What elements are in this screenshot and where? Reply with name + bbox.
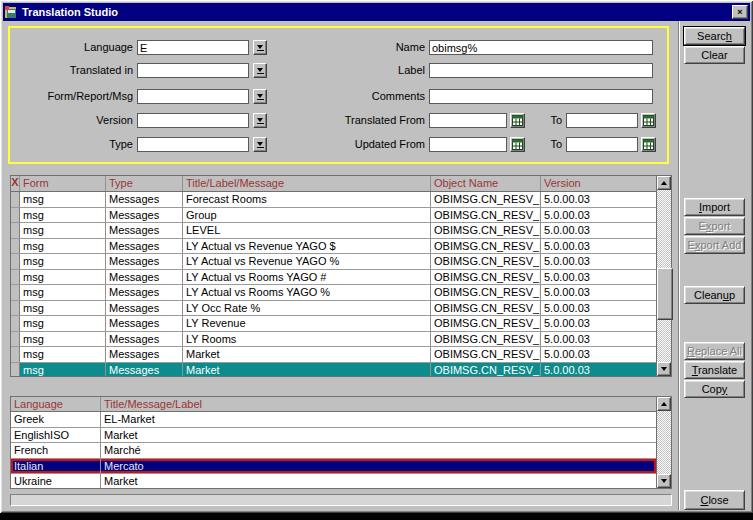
form-report-msg-input[interactable] — [137, 89, 249, 104]
scrollbar-thumb[interactable] — [657, 268, 673, 320]
cell-form: msg — [20, 347, 106, 362]
table-row[interactable]: msg Messages LY Actual vs Revenue YAGO $… — [11, 239, 656, 255]
language-dropdown-icon[interactable] — [253, 40, 267, 55]
record-selector[interactable] — [11, 332, 20, 347]
column-header-language[interactable]: Language — [11, 397, 101, 411]
search-button[interactable]: Search — [684, 27, 745, 45]
translated-in-dropdown-icon[interactable] — [253, 63, 267, 78]
btn-text: Clear — [701, 49, 727, 61]
record-selector[interactable] — [11, 301, 20, 316]
record-selector[interactable] — [11, 254, 20, 269]
record-selector[interactable] — [11, 223, 20, 238]
table-row[interactable]: msg Messages LY Actual vs Rooms YAGO # O… — [11, 270, 656, 286]
cell-form: msg — [20, 285, 106, 300]
label-input[interactable] — [429, 63, 653, 78]
record-selector[interactable] — [11, 192, 20, 207]
cell-title: LY Rooms — [183, 332, 431, 347]
cell-version: 5.0.00.03 — [541, 223, 656, 238]
translation-row[interactable]: EnglishISO Market — [11, 428, 656, 444]
record-selector[interactable] — [11, 270, 20, 285]
language-input[interactable] — [137, 40, 249, 55]
record-selector[interactable] — [11, 285, 20, 300]
column-header-title-label-message[interactable]: Title/Label/Message — [183, 176, 431, 191]
translated-to-calendar-icon[interactable] — [641, 113, 656, 128]
cell-title: Market — [183, 363, 431, 377]
table-row[interactable]: msg Messages LY Rooms OBIMSG.CN_RESV_PAC… — [11, 332, 656, 348]
record-selector[interactable] — [11, 208, 20, 223]
record-selector[interactable] — [11, 239, 20, 254]
translated-in-input[interactable] — [137, 63, 249, 78]
btn-text: Cop — [702, 383, 722, 395]
table-row[interactable]: msg Messages LY Actual vs Rooms YAGO % O… — [11, 285, 656, 301]
table-row[interactable]: msg Messages Forecast Rooms OBIMSG.CN_RE… — [11, 192, 656, 208]
table-row[interactable]: msg Messages Market OBIMSG.CN_RESV_PACE … — [11, 363, 656, 377]
type-input[interactable] — [137, 137, 249, 152]
btn-text: ranslate — [698, 364, 737, 376]
translation-row[interactable]: French Marché — [11, 443, 656, 459]
import-button[interactable]: Import — [684, 198, 745, 216]
cell-translation: Market — [101, 474, 656, 488]
translations-table-scrollbar[interactable] — [656, 397, 671, 488]
translated-from-calendar-icon[interactable] — [510, 113, 525, 128]
cell-type: Messages — [106, 270, 183, 285]
results-table-scrollbar[interactable] — [656, 176, 671, 376]
btn-text: h — [726, 30, 732, 42]
column-header-version[interactable]: Version — [541, 176, 656, 191]
column-header-x[interactable]: X — [11, 176, 20, 191]
btn-text: port — [711, 220, 730, 232]
version-input[interactable] — [137, 113, 249, 128]
table-row[interactable]: msg Messages LEVEL OBIMSG.CN_RESV_PACE 5… — [11, 223, 656, 239]
column-header-form[interactable]: Form — [20, 176, 106, 191]
updated-from-input[interactable] — [429, 137, 507, 152]
close-icon[interactable]: × — [732, 5, 748, 19]
record-selector[interactable] — [11, 316, 20, 331]
column-header-type[interactable]: Type — [106, 176, 183, 191]
type-dropdown-icon[interactable] — [253, 137, 267, 152]
translation-studio-window: Translation Studio × Language Translated… — [0, 0, 753, 513]
cleanup-button[interactable]: Cleanup — [684, 286, 745, 304]
cell-version: 5.0.00.03 — [541, 208, 656, 223]
table-row[interactable]: msg Messages LY Revenue OBIMSG.CN_RESV_P… — [11, 316, 656, 332]
scroll-down-icon[interactable] — [657, 474, 671, 488]
language-label: Language — [10, 40, 133, 55]
form-report-msg-dropdown-icon[interactable] — [253, 89, 267, 104]
translation-row[interactable]: Italian Mercato — [11, 459, 656, 475]
cell-object-name: OBIMSG.CN_RESV_PACE — [431, 208, 541, 223]
table-row[interactable]: msg Messages LY Actual vs Revenue YAGO %… — [11, 254, 656, 270]
table-row[interactable]: msg Messages LY Occ Rate % OBIMSG.CN_RES… — [11, 301, 656, 317]
column-header-object-name[interactable]: Object Name — [431, 176, 541, 191]
replace-all-button[interactable]: Replace All — [684, 342, 745, 360]
results-rows: msg Messages Forecast Rooms OBIMSG.CN_RE… — [11, 192, 656, 376]
updated-from-label: Updated From — [300, 137, 425, 152]
cell-form: msg — [20, 270, 106, 285]
scroll-down-icon[interactable] — [657, 362, 671, 376]
scroll-up-icon[interactable] — [657, 176, 671, 190]
cell-type: Messages — [106, 285, 183, 300]
export-add-button[interactable]: Export Add — [684, 236, 745, 254]
table-row[interactable]: msg Messages Group OBIMSG.CN_RESV_PACE 5… — [11, 208, 656, 224]
updated-to-input[interactable] — [566, 137, 638, 152]
column-header-title-message-label[interactable]: Title/Message/Label — [101, 397, 656, 411]
clear-button[interactable]: Clear — [684, 46, 745, 64]
close-button[interactable]: Close — [684, 490, 745, 510]
cell-type: Messages — [106, 301, 183, 316]
name-input[interactable] — [429, 40, 653, 55]
scroll-up-icon[interactable] — [657, 397, 671, 411]
results-table-body: X Form Type Title/Label/Message Object N… — [11, 176, 656, 376]
translation-row[interactable]: Greek EL-Market — [11, 412, 656, 428]
translation-row[interactable]: Ukraine Market — [11, 474, 656, 488]
record-selector[interactable] — [11, 363, 20, 377]
version-dropdown-icon[interactable] — [253, 113, 267, 128]
comments-input[interactable] — [429, 89, 653, 104]
record-selector[interactable] — [11, 347, 20, 362]
translate-button[interactable]: Translate — [684, 361, 745, 379]
cell-form: msg — [20, 208, 106, 223]
cell-title: Group — [183, 208, 431, 223]
translated-from-input[interactable] — [429, 113, 507, 128]
updated-to-calendar-icon[interactable] — [641, 137, 656, 152]
translated-to-input[interactable] — [566, 113, 638, 128]
export-button[interactable]: Export — [684, 217, 745, 235]
updated-from-calendar-icon[interactable] — [510, 137, 525, 152]
table-row[interactable]: msg Messages Market OBIMSG.CN_RESV_PACE … — [11, 347, 656, 363]
copy-button[interactable]: Copy — [684, 380, 745, 398]
